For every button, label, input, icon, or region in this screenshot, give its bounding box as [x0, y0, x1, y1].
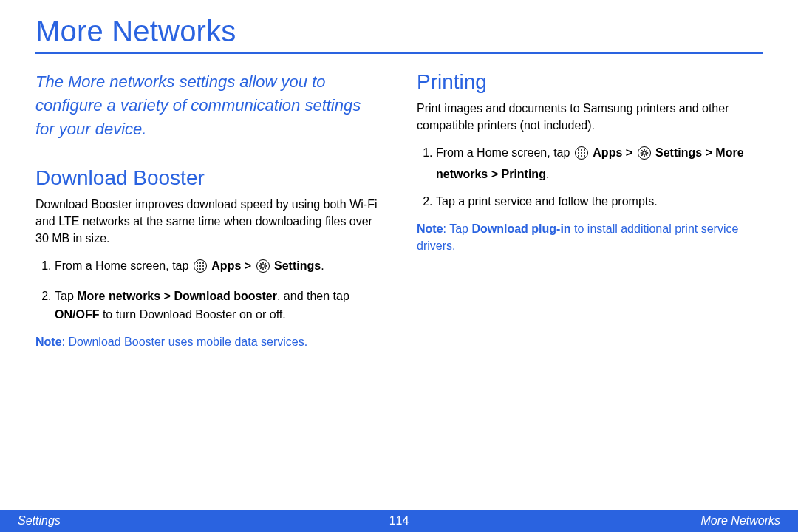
period: .: [321, 259, 324, 272]
step-text: From a Home screen, tap: [55, 259, 192, 272]
download-booster-steps: From a Home screen, tap Apps >: [35, 257, 381, 324]
pr-note: Note: Tap Download plug-in to install ad…: [417, 220, 763, 254]
svg-point-11: [261, 265, 264, 267]
pr-step-1: From a Home screen, tap Apps >: [436, 144, 763, 184]
note-label: Note: [35, 335, 62, 348]
svg-point-29: [584, 155, 585, 157]
apps-label: Apps: [593, 146, 622, 159]
content-columns: The More networks settings allow you to …: [35, 70, 763, 350]
manual-page: More Networks The More networks settings…: [0, 0, 798, 532]
svg-line-39: [646, 151, 647, 151]
intro-text: The More networks settings allow you to …: [35, 70, 381, 141]
t: to turn Download Booster on or off.: [99, 308, 285, 321]
settings-gear-icon: [256, 259, 270, 279]
svg-point-6: [202, 265, 204, 267]
svg-point-27: [578, 155, 579, 157]
svg-line-36: [641, 151, 642, 151]
pr-step-2: Tap a print service and follow the promp…: [436, 193, 763, 211]
svg-line-19: [265, 264, 265, 265]
svg-point-4: [197, 265, 198, 267]
settings-label: Settings: [274, 259, 321, 272]
t: Download plug-in: [471, 222, 570, 235]
svg-point-31: [642, 151, 645, 154]
t: From a Home screen, tap: [436, 146, 573, 159]
svg-line-38: [641, 155, 642, 156]
t: : Tap: [443, 222, 472, 235]
svg-line-37: [646, 155, 647, 156]
db-note: Note: Download Booster uses mobile data …: [35, 333, 381, 350]
printing-desc: Print images and documents to Samsung pr…: [417, 100, 763, 134]
left-column: The More networks settings allow you to …: [35, 70, 381, 350]
gt: >: [626, 146, 636, 159]
apps-grid-icon: [575, 146, 588, 166]
svg-point-23: [584, 149, 585, 151]
download-booster-desc: Download Booster improves download speed…: [35, 196, 381, 248]
right-column: Printing Print images and documents to S…: [417, 70, 763, 350]
page-footer: Settings 114 More Networks: [0, 510, 798, 532]
t: , and then tap: [277, 290, 349, 302]
svg-point-7: [197, 268, 198, 270]
svg-point-22: [581, 149, 582, 151]
svg-point-5: [200, 265, 201, 267]
settings-label: Settings: [655, 146, 702, 159]
db-step-1: From a Home screen, tap Apps >: [55, 257, 381, 279]
svg-line-18: [260, 268, 261, 269]
svg-point-1: [197, 262, 198, 264]
footer-right: More Networks: [700, 514, 780, 528]
svg-point-3: [202, 262, 204, 264]
svg-line-17: [265, 268, 265, 269]
svg-point-21: [578, 149, 579, 151]
page-title: More Networks: [35, 15, 763, 54]
note-label: Note: [417, 222, 443, 235]
svg-point-26: [584, 152, 585, 154]
svg-line-16: [260, 264, 261, 265]
settings-gear-icon: [638, 146, 651, 166]
download-booster-heading: Download Booster: [35, 166, 381, 190]
svg-point-8: [200, 268, 201, 270]
svg-point-28: [581, 155, 582, 157]
svg-point-25: [581, 152, 582, 154]
printing-heading: Printing: [417, 70, 763, 94]
note-text: : Download Booster uses mobile data serv…: [62, 335, 308, 348]
svg-point-24: [578, 152, 579, 154]
footer-page-number: 114: [389, 514, 409, 528]
t: More networks > Download booster: [77, 290, 277, 302]
apps-grid-icon: [194, 259, 207, 279]
printing-steps: From a Home screen, tap Apps >: [417, 144, 763, 211]
gt: >: [245, 259, 255, 272]
t: ON/OFF: [55, 308, 99, 321]
period: .: [546, 168, 549, 180]
svg-point-9: [202, 268, 204, 270]
svg-point-2: [200, 262, 201, 264]
t: Tap: [55, 290, 77, 302]
db-step-2: Tap More networks > Download booster, an…: [55, 287, 381, 324]
apps-label: Apps: [211, 259, 241, 272]
footer-left: Settings: [18, 514, 61, 528]
